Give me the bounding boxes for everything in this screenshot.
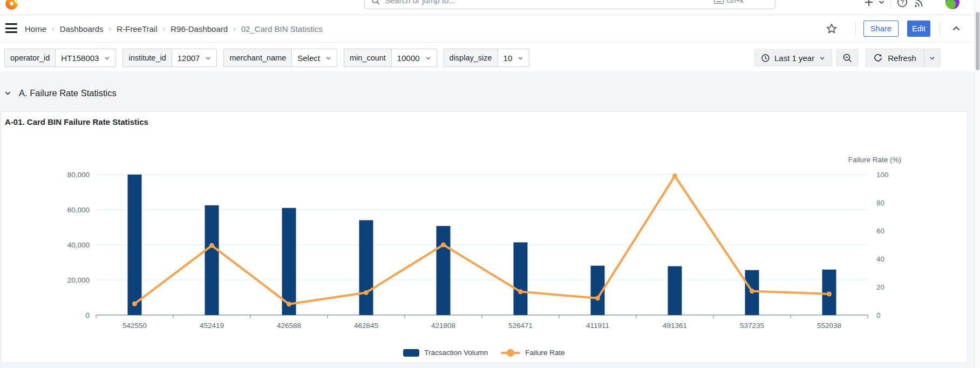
row-section-header[interactable]: A. Failure Rate Statistics (4, 88, 117, 98)
chevron-down-icon (4, 90, 11, 97)
favorite-star-icon[interactable] (826, 23, 837, 34)
refresh-button-group: Refresh (866, 49, 941, 67)
variable-min_count: min_count10000 (344, 49, 437, 67)
legend-item-failure-rate[interactable]: Failure Rate (501, 349, 565, 357)
svg-text:20: 20 (876, 283, 884, 291)
top-nav-bar: Search or jump to... ctrl+k (0, 0, 975, 15)
help-icon[interactable]: ? (897, 0, 908, 9)
svg-text:Failure Rate (%): Failure Rate (%) (848, 156, 901, 164)
divider (890, 0, 891, 7)
breadcrumb-separator: › (109, 24, 112, 33)
variable-institute_id: institute_id12007 (122, 49, 217, 67)
grafana-logo-icon[interactable] (4, 0, 19, 11)
chevron-down-icon (205, 55, 211, 61)
breadcrumb-separator: › (233, 24, 236, 33)
search-icon (371, 0, 380, 5)
legend-bar-swatch (403, 349, 419, 357)
svg-text:452419: 452419 (200, 322, 224, 330)
svg-text:542550: 542550 (122, 322, 147, 330)
variable-select-min_count[interactable]: 10000 (392, 49, 437, 66)
grafana-dashboard-app: Search or jump to... ctrl+k (0, 0, 980, 368)
share-button[interactable]: Share (863, 21, 899, 37)
keyboard-icon (714, 0, 724, 4)
svg-text:60: 60 (876, 227, 884, 235)
chevron-down-icon (325, 55, 331, 61)
svg-text:411911: 411911 (586, 322, 609, 330)
topnav-actions: ? (865, 0, 959, 9)
svg-text:552038: 552038 (817, 322, 841, 330)
variable-select-institute_id[interactable]: 12007 (172, 49, 217, 66)
time-range-picker[interactable]: Last 1 year (754, 49, 832, 66)
chevron-down-icon (425, 55, 431, 61)
variable-label-min_count: min_count (344, 49, 392, 66)
variable-select-display_size[interactable]: 10 (498, 49, 529, 66)
clock-icon (761, 54, 770, 62)
zoom-out-time-button[interactable] (836, 49, 858, 66)
variable-label-display_size: display_size (444, 49, 498, 66)
svg-text:100: 100 (876, 171, 889, 179)
svg-text:0: 0 (85, 311, 90, 319)
chart-panel: A-01. Card BIN Failure Rate Statistics 0… (1, 111, 968, 363)
dashboard-header-row: Home›Dashboards›R-FreeTrail›R96-Dashboar… (0, 15, 975, 43)
svg-text:462845: 462845 (354, 322, 378, 330)
breadcrumb-separator: › (163, 24, 166, 33)
svg-text:421808: 421808 (431, 322, 455, 330)
variable-label-institute_id: institute_id (123, 49, 172, 66)
svg-text:426588: 426588 (277, 322, 301, 330)
dashboard-controls-row: operator_idHT158003institute_id12007merc… (0, 43, 975, 71)
variable-display_size: display_size10 (444, 49, 530, 67)
svg-text:537235: 537235 (740, 322, 764, 330)
section-title: A. Failure Rate Statistics (19, 88, 117, 98)
refresh-icon (874, 53, 882, 62)
breadcrumb: Home›Dashboards›R-FreeTrail›R96-Dashboar… (25, 15, 323, 42)
zoom-out-icon (843, 53, 852, 63)
svg-text:80,000: 80,000 (67, 171, 90, 179)
add-icon[interactable] (865, 0, 873, 9)
template-variables: operator_idHT158003institute_id12007merc… (4, 49, 529, 67)
variable-select-merchant_name[interactable]: Select (292, 49, 337, 66)
edit-button[interactable]: Edit (907, 21, 930, 37)
failure-rate-chart: 020,00040,00060,00080,000020406080100Fai… (1, 112, 967, 347)
variable-label-merchant_name: merchant_name (224, 49, 292, 66)
time-range-label: Last 1 year (774, 53, 814, 63)
chevron-down-icon (819, 55, 825, 61)
search-input[interactable]: Search or jump to... ctrl+k (364, 0, 775, 9)
chevron-down-icon (518, 55, 523, 61)
scrollbar-thumb[interactable] (976, 12, 979, 70)
page-scrollbar (975, 0, 980, 368)
menu-icon[interactable] (5, 23, 17, 33)
chevron-down-icon (929, 55, 935, 61)
svg-text:491361: 491361 (663, 322, 687, 330)
breadcrumb-item-home[interactable]: Home (25, 24, 46, 34)
legend-label: Tracsaction Volumn (424, 349, 488, 357)
svg-text:40,000: 40,000 (67, 241, 90, 249)
dashboard-canvas: A. Failure Rate Statistics A-01. Card BI… (0, 71, 975, 368)
divider (940, 22, 940, 35)
time-controls: Last 1 year Refresh (754, 49, 941, 67)
news-signal-icon[interactable] (914, 0, 924, 9)
breadcrumb-item-dashboards[interactable]: Dashboards (60, 24, 104, 34)
divider (855, 22, 856, 35)
chevron-down-icon (104, 55, 110, 61)
variable-label-operator_id: operator_id (5, 49, 56, 66)
breadcrumb-item-r-freetrail[interactable]: R-FreeTrail (117, 24, 157, 34)
chevron-up-icon[interactable] (951, 24, 961, 34)
chart-legend: Tracsaction VolumnFailure Rate (1, 349, 967, 357)
breadcrumb-separator: › (52, 24, 55, 33)
refresh-interval-dropdown[interactable] (924, 49, 940, 66)
breadcrumb-item-02-card-bin-statistics: 02_Card BIN Statistics (241, 24, 323, 34)
legend-item-tracsaction-volumn[interactable]: Tracsaction Volumn (403, 349, 488, 357)
svg-text:0: 0 (876, 311, 881, 319)
refresh-button[interactable]: Refresh (866, 49, 924, 66)
user-avatar[interactable] (945, 0, 959, 9)
legend-line-marker (501, 352, 520, 354)
svg-text:?: ? (901, 0, 904, 5)
search-placeholder: Search or jump to... (385, 0, 455, 5)
svg-text:80: 80 (876, 199, 884, 207)
svg-text:60,000: 60,000 (67, 206, 90, 214)
breadcrumb-item-r96-dashboard[interactable]: R96-Dashboard (171, 24, 228, 34)
svg-text:20,000: 20,000 (67, 276, 90, 284)
variable-select-operator_id[interactable]: HT158003 (56, 49, 115, 66)
svg-text:40: 40 (876, 255, 884, 263)
chevron-down-icon[interactable] (879, 0, 884, 9)
